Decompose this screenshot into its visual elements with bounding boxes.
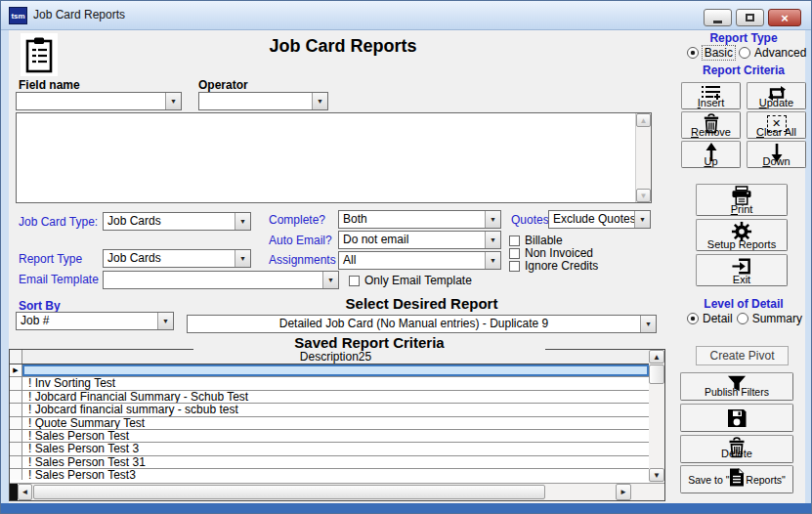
app-logo-icon: tsm bbox=[9, 7, 27, 24]
remove-button[interactable]: Remove bbox=[681, 111, 741, 139]
publish-filters-button[interactable]: Publish Filters bbox=[680, 372, 793, 401]
saved-criteria-row[interactable]: ! Sales Person Test bbox=[10, 430, 649, 443]
job-card-type-label: Job Card Type: bbox=[19, 215, 98, 229]
scroll-right-icon[interactable]: ► bbox=[616, 484, 631, 500]
basic-radio-label[interactable]: Basic bbox=[703, 46, 735, 60]
grid-corner-cell bbox=[10, 350, 22, 364]
page-title: Job Card Reports bbox=[177, 36, 509, 57]
saved-criteria-row[interactable]: ! Sales Person Test3 bbox=[10, 469, 649, 480]
advanced-radio[interactable] bbox=[739, 47, 750, 59]
setup-reports-button[interactable]: Setup Reports bbox=[696, 219, 788, 251]
row-selector-cell bbox=[10, 469, 22, 480]
detail-radio-label[interactable]: Detail bbox=[703, 312, 733, 325]
field-name-label: Field name bbox=[19, 78, 80, 92]
dropdown-arrow-icon: ▼ bbox=[235, 213, 250, 230]
sort-by-select[interactable]: Job # ▼ bbox=[16, 312, 174, 330]
saved-criteria-row[interactable]: ! Jobcard Financial Summary - Schub Test bbox=[10, 391, 649, 404]
scroll-up-icon[interactable]: ▲ bbox=[649, 350, 664, 364]
clipboard-report-icon bbox=[21, 33, 58, 76]
checkbox-box-icon bbox=[349, 276, 360, 286]
create-pivot-button[interactable]: Create Pivot bbox=[696, 346, 789, 365]
dropdown-arrow-icon: ▼ bbox=[485, 232, 500, 248]
report-criteria-heading: Report Criteria bbox=[680, 64, 807, 77]
sort-by-label: Sort By bbox=[19, 299, 77, 313]
criteria-list-scrollbar[interactable]: ▲ ▼ bbox=[635, 113, 651, 202]
saved-criteria-row[interactable]: ! Inv Sorting Test bbox=[10, 377, 649, 390]
criteria-list-box[interactable]: ▲ ▼ bbox=[16, 112, 652, 203]
field-name-select[interactable]: ▼ bbox=[16, 92, 182, 110]
job-card-type-select[interactable]: Job Cards ▼ bbox=[103, 212, 251, 231]
horizontal-scrollbar-thumb[interactable] bbox=[33, 485, 545, 499]
minimize-icon bbox=[713, 21, 722, 23]
dropdown-arrow-icon: ▼ bbox=[485, 252, 500, 269]
only-email-template-checkbox[interactable]: Only Email Template bbox=[349, 274, 472, 287]
row-selector-cell bbox=[10, 430, 22, 443]
close-button[interactable]: × bbox=[768, 9, 801, 26]
summary-radio[interactable] bbox=[737, 313, 748, 324]
maximize-button[interactable] bbox=[736, 9, 764, 26]
delete-button[interactable]: Delete bbox=[680, 435, 793, 463]
row-selector-cell bbox=[10, 404, 22, 416]
level-of-detail-radio-group: Detail Summary bbox=[676, 312, 812, 325]
quotes-label: Quotes bbox=[511, 213, 549, 227]
saved-criteria-row[interactable]: ! Sales Person Test 3 bbox=[10, 443, 649, 455]
saved-criteria-row[interactable]: ! Jobcard financial summary - scbub test bbox=[10, 404, 649, 416]
move-down-button[interactable]: Down bbox=[747, 141, 806, 168]
update-button[interactable]: Update bbox=[747, 82, 806, 109]
non-invoiced-checkbox[interactable]: Non Invoiced bbox=[509, 246, 593, 260]
row-selector-cell bbox=[10, 417, 22, 430]
assignments-select[interactable]: All ▼ bbox=[338, 251, 501, 270]
grid-header-row: Description25 bbox=[10, 350, 649, 364]
report-type-filter-label: Report Type bbox=[19, 252, 82, 266]
dropdown-arrow-icon: ▼ bbox=[634, 211, 650, 228]
checkbox-box-icon bbox=[509, 248, 520, 259]
save-to-my-reports-button[interactable]: Save to "My Reports" bbox=[680, 465, 793, 493]
advanced-radio-label[interactable]: Advanced bbox=[754, 46, 806, 60]
level-of-detail-heading: Level of Detail bbox=[680, 297, 807, 311]
ignore-credits-checkbox[interactable]: Ignore Credits bbox=[509, 259, 598, 273]
checkbox-box-icon bbox=[509, 236, 520, 246]
grid-horizontal-scrollbar[interactable]: ◄ ► bbox=[10, 483, 664, 500]
grid-column-header: Description25 bbox=[22, 350, 649, 364]
scrollbar-corner-block bbox=[10, 484, 18, 500]
billable-checkbox[interactable]: Billable bbox=[509, 234, 563, 247]
operator-select[interactable]: ▼ bbox=[198, 92, 328, 110]
report-type-select[interactable]: Job Cards ▼ bbox=[103, 249, 251, 268]
print-button[interactable]: Print bbox=[696, 184, 788, 216]
summary-radio-label[interactable]: Summary bbox=[752, 312, 802, 325]
insert-button[interactable]: Insert bbox=[681, 82, 741, 109]
dropdown-arrow-icon: ▼ bbox=[322, 272, 338, 288]
saved-criteria-grid: Description25 ▶ ! Inv Sorting Test ! Job… bbox=[9, 349, 665, 501]
window-title: Job Card Reports bbox=[33, 8, 125, 21]
basic-radio[interactable] bbox=[687, 47, 699, 59]
saved-criteria-row[interactable]: ! Sales Person Test 31 bbox=[10, 456, 649, 469]
complete-select[interactable]: Both ▼ bbox=[338, 210, 501, 229]
minimize-button[interactable] bbox=[704, 9, 732, 26]
saved-criteria-row[interactable]: ! Quote Summary Test bbox=[10, 417, 649, 430]
auto-email-select[interactable]: Do not email ▼ bbox=[338, 231, 501, 249]
report-type-radio-group: Basic Advanced bbox=[682, 46, 811, 60]
document-icon bbox=[681, 467, 792, 488]
save-button[interactable] bbox=[680, 404, 793, 432]
report-type-heading: Report Type bbox=[680, 31, 807, 45]
exit-button[interactable]: Exit bbox=[696, 254, 788, 286]
grid-vertical-scrollbar[interactable]: ▲ ▼ bbox=[649, 350, 664, 483]
current-row-marker-icon: ▶ bbox=[13, 366, 18, 374]
job-card-reports-window: tsm Job Card Reports × Job Card Reports … bbox=[0, 0, 812, 514]
move-up-button[interactable]: Up bbox=[681, 141, 741, 168]
detail-radio[interactable] bbox=[687, 313, 699, 324]
email-template-label: Email Template bbox=[19, 273, 99, 286]
email-template-select[interactable]: ▼ bbox=[103, 271, 339, 289]
dropdown-arrow-icon: ▼ bbox=[165, 93, 181, 109]
dropdown-arrow-icon: ▼ bbox=[235, 250, 250, 267]
quotes-select[interactable]: Exclude Quotes ▼ bbox=[548, 210, 651, 229]
titlebar: tsm Job Card Reports × bbox=[1, 1, 811, 30]
scroll-down-icon[interactable]: ▼ bbox=[649, 468, 664, 482]
clear-all-button[interactable]: ✕ Clear All bbox=[747, 111, 806, 139]
vertical-scrollbar-thumb[interactable] bbox=[649, 364, 664, 384]
saved-criteria-row-selected[interactable]: ▶ bbox=[10, 364, 649, 377]
desired-report-select[interactable]: Detailed Job Card (No Manual entries) - … bbox=[187, 315, 657, 333]
scroll-left-icon[interactable]: ◄ bbox=[18, 484, 32, 500]
maximize-icon bbox=[746, 14, 754, 21]
dropdown-arrow-icon: ▼ bbox=[485, 211, 500, 228]
